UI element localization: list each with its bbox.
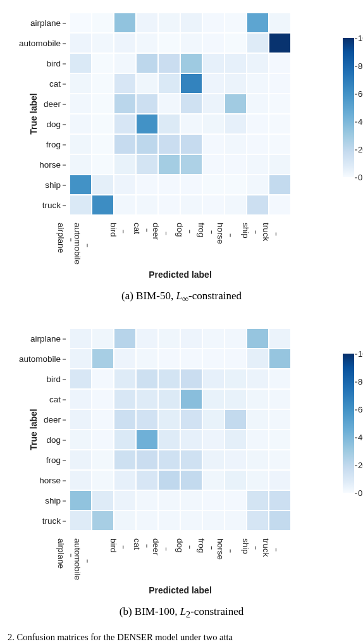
heatmap-cell [114,134,136,154]
heatmap-cell [70,349,92,369]
heatmap-cell [269,73,291,94]
heatmap-cell [114,490,136,511]
x-tick-label: ship [240,538,250,554]
heatmap-cell [114,73,136,94]
heatmap-cell [136,33,158,53]
heatmap-cell [158,53,180,73]
heatmap-cell [202,490,225,511]
heatmap-cell [70,470,92,490]
heatmap-cell [247,409,269,430]
heatmap-cell [114,349,136,369]
heatmap-cell [92,430,114,450]
heatmap-cell [92,154,114,175]
heatmap-cell [92,114,114,134]
y-tick-label: ship [45,180,61,190]
x-tick-label: truck [261,538,271,557]
colorbar-tick-label: 800 [358,377,363,387]
heatmap-cell [92,195,114,215]
x-tick-label: automobile [72,538,82,580]
colorbar-tick-label: 200 [358,461,363,470]
y-tick-label: deer [44,99,61,109]
y-tick-label: automobile [19,354,61,364]
heatmap-cell [225,154,247,175]
heatmap-cell [158,114,180,134]
heatmap-cell [247,73,269,94]
y-tick-label: horse [39,476,61,485]
x-tick-label: cat [132,223,141,234]
heatmap-cell [202,94,225,114]
x-tick-label: deer [151,538,161,555]
heatmap-cell [269,175,291,195]
y-tick-label: frog [46,455,61,465]
heatmap-cell [269,53,291,73]
heatmap-grid [70,328,291,531]
subcaption: (b) BIM-100, L2-constrained [0,605,363,620]
heatmap-cell [202,154,225,175]
x-tick-label: truck [261,223,271,241]
heatmap-cell [247,94,269,114]
heatmap-cell [92,409,114,430]
colorbar-tick-label: 800 [358,61,363,71]
heatmap-cell [269,450,291,470]
colorbar-tick-label: 600 [358,89,363,99]
heatmap-cell [136,490,158,511]
subcaption-suffix: -constrained [190,605,243,617]
heatmap-cell [70,94,92,114]
heatmap-cell [180,511,202,531]
heatmap-cell [136,53,158,73]
heatmap-cell [114,94,136,114]
heatmap-cell [247,154,269,175]
heatmap-cell [158,195,180,215]
heatmap-cell [269,430,291,450]
x-tick-label: frog [197,223,206,237]
x-tick-label: bird [108,223,118,237]
heatmap-cell [180,114,202,134]
heatmap-cell [247,33,269,53]
heatmap-cell [225,175,247,195]
heatmap-cell [180,490,202,511]
heatmap-cell [136,73,158,94]
heatmap-cell [202,450,225,470]
figure-caption-fragment: 2. Confusion matrices for the DENSER mod… [0,632,363,643]
heatmap-cell [247,13,269,33]
heatmap-cell [136,154,158,175]
heatmap-cell [92,369,114,389]
y-tick-label: automobile [19,39,61,48]
heatmap-cell [202,511,225,531]
x-tick-label: airplane [56,223,65,253]
heatmap-cell [136,450,158,470]
heatmap-cell [202,195,225,215]
heatmap-cell [247,470,269,490]
heatmap-cell [269,13,291,33]
heatmap-cell [202,328,225,349]
x-tick-label: airplane [56,538,65,569]
heatmap-cell [92,389,114,409]
y-tick-label: airplane [30,18,61,28]
heatmap-cell [180,328,202,349]
heatmap-cell [180,349,202,369]
heatmap-cell [247,490,269,511]
heatmap-cell [114,53,136,73]
heatmap-cell [158,389,180,409]
heatmap-cell [180,154,202,175]
heatmap-cell [158,450,180,470]
x-tick-label: horse [216,223,225,244]
heatmap-cell [92,328,114,349]
heatmap-cell [269,134,291,154]
x-tick-label: horse [216,538,225,560]
heatmap-cell [225,114,247,134]
heatmap-cell [202,134,225,154]
heatmap-cell [247,53,269,73]
x-tick-label: ship [240,223,250,238]
heatmap-cell [136,409,158,430]
heatmap-cell [180,175,202,195]
heatmap-cell [269,470,291,490]
heatmap-cell [136,13,158,33]
heatmap-cell [180,73,202,94]
heatmap-cell [114,154,136,175]
heatmap-cell [180,33,202,53]
heatmap-cell [225,369,247,389]
heatmap-cell [225,511,247,531]
heatmap-cell [136,511,158,531]
confusion-matrix-1: True labelairplaneautomobilebirdcatdeerd… [0,316,363,602]
